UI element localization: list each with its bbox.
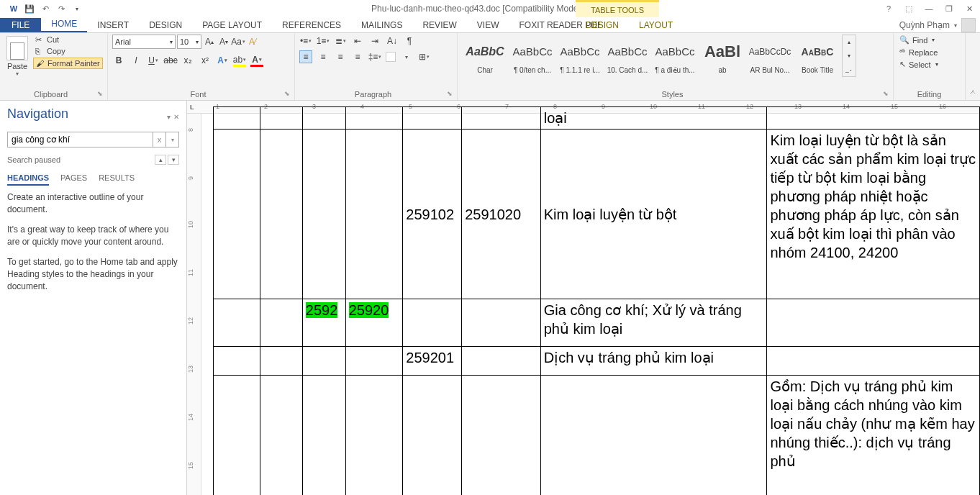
cell-r2-code4[interactable]: 25920 — [345, 299, 403, 347]
format-painter-button[interactable]: 🖌Format Painter — [33, 58, 103, 69]
numbering-button[interactable]: 1≡▾ — [317, 35, 330, 47]
tab-view[interactable]: VIEW — [467, 18, 509, 32]
style-10cach[interactable]: AaBbCc10. Cach d... — [604, 35, 650, 76]
style-booktitle[interactable]: AaBbCBook Title — [794, 35, 840, 76]
cell-r1-desc[interactable]: Kim loại luyện từ bột là sản xuất các sả… — [767, 130, 980, 299]
tab-mailings[interactable]: MAILINGS — [351, 18, 412, 32]
font-color-button[interactable]: A▾ — [250, 54, 263, 67]
line-spacing-button[interactable]: ‡≡▾ — [368, 50, 381, 63]
cut-button[interactable]: ✂Cut — [33, 35, 103, 45]
align-center-button[interactable]: ≡ — [317, 50, 330, 63]
style-char[interactable]: AaBbCChar — [462, 35, 508, 76]
change-case-button[interactable]: Aa▾ — [232, 35, 245, 48]
tab-page-layout[interactable]: PAGE LAYOUT — [192, 18, 272, 32]
tab-review[interactable]: REVIEW — [412, 18, 466, 32]
user-menu-caret[interactable]: ▾ — [954, 22, 957, 29]
clear-format-button[interactable]: A⁄ — [246, 35, 259, 48]
cell-r2-name[interactable]: Gia công cơ khí; Xử lý và tráng phủ kim … — [540, 299, 767, 347]
shrink-font-button[interactable]: A▾ — [217, 35, 230, 48]
grow-font-button[interactable]: A▴ — [203, 35, 216, 48]
align-left-button[interactable]: ≡ — [299, 50, 312, 63]
bullets-button[interactable]: •≡▾ — [299, 35, 312, 47]
vertical-ruler[interactable]: 8910111213141516 — [187, 114, 201, 495]
styles-down[interactable]: ▾ — [843, 49, 856, 63]
cell-r4-desc[interactable]: Gồm: Dịch vụ tráng phủ kim loại bằng các… — [767, 376, 980, 496]
cell-r1-code6[interactable]: 2591020 — [462, 130, 541, 299]
borders-button[interactable]: ⊞▾ — [417, 50, 430, 63]
save-icon[interactable]: 💾 — [23, 2, 36, 15]
align-right-button[interactable]: ≡ — [334, 50, 347, 63]
find-button[interactable]: 🔍Find▾ — [898, 35, 940, 45]
nav-tab-pages[interactable]: PAGES — [60, 173, 87, 186]
minimize-icon[interactable]: — — [921, 2, 937, 15]
style-adieu[interactable]: AaBbCc¶ a điều th... — [652, 35, 698, 76]
cell-r1-name[interactable]: Kim loại luyện từ bột — [540, 130, 767, 299]
italic-button[interactable]: I — [130, 54, 142, 67]
styles-more[interactable]: ⎯▾ — [843, 63, 856, 76]
cell-r1-code5[interactable]: 259102 — [403, 130, 462, 299]
tab-design[interactable]: DESIGN — [139, 18, 192, 32]
underline-button[interactable]: U▾ — [147, 54, 160, 67]
highlight-button[interactable]: ab▾ — [233, 54, 246, 67]
help-icon[interactable]: ? — [881, 2, 897, 15]
styles-up[interactable]: ▴ — [843, 35, 856, 49]
bold-button[interactable]: B — [112, 54, 125, 67]
style-111[interactable]: AaBbCc¶ 1.1.1 re i... — [557, 35, 603, 76]
nav-search-clear[interactable]: x — [153, 132, 166, 147]
multilevel-button[interactable]: ≣▾ — [334, 35, 347, 47]
styles-gallery[interactable]: AaBbCChar AaBbCc¶ 0/ten ch... AaBbCc¶ 1.… — [462, 35, 856, 81]
sort-button[interactable]: A↓ — [386, 35, 399, 47]
subscript-button[interactable]: x₂ — [181, 54, 194, 67]
cell-r3-name[interactable]: Dịch vụ tráng phủ kim loại — [540, 347, 767, 376]
close-icon[interactable]: ✕ — [961, 2, 977, 15]
paragraph-launcher[interactable]: ⬊ — [447, 90, 453, 97]
user-name[interactable]: Quỳnh Phạm — [899, 20, 950, 30]
font-launcher[interactable]: ⬊ — [284, 90, 290, 97]
style-arbul[interactable]: AaBbCcDcAR Bul No... — [747, 35, 793, 76]
cell-r3-code5[interactable]: 259201 — [403, 347, 462, 376]
collapse-ribbon-icon[interactable]: ㅅ — [969, 87, 976, 97]
cell-r2-code3[interactable]: 2592 — [302, 299, 345, 347]
shading-button[interactable] — [386, 52, 396, 62]
nav-search-menu[interactable]: ▾ — [166, 132, 179, 147]
tab-file[interactable]: FILE — [0, 18, 41, 32]
nav-pane-close[interactable]: ✕ — [173, 113, 179, 121]
style-0ten[interactable]: AaBbCc¶ 0/ten ch... — [509, 35, 555, 76]
nav-pane-menu[interactable]: ▾ — [167, 113, 171, 121]
nav-tab-headings[interactable]: HEADINGS — [7, 173, 49, 186]
show-marks-button[interactable]: ¶ — [403, 35, 416, 47]
justify-button[interactable]: ≡ — [351, 50, 364, 63]
tab-references[interactable]: REFERENCES — [272, 18, 351, 32]
tab-table-design[interactable]: DESIGN — [576, 18, 629, 32]
text-effects-button[interactable]: A▾ — [216, 54, 229, 67]
font-name-combo[interactable]: Arial▾ — [112, 35, 176, 49]
redo-icon[interactable]: ↷ — [55, 2, 68, 15]
increase-indent-button[interactable]: ⇥ — [368, 35, 381, 47]
cell-r0-name[interactable]: loại — [540, 107, 767, 130]
nav-tab-results[interactable]: RESULTS — [99, 173, 135, 186]
decrease-indent-button[interactable]: ⇤ — [351, 35, 364, 47]
nav-next-result[interactable]: ▾ — [168, 155, 179, 165]
select-button[interactable]: ↖Select▾ — [898, 59, 940, 70]
tab-home[interactable]: HOME — [41, 17, 87, 32]
restore-icon[interactable]: ❐ — [941, 2, 957, 15]
qat-customize-icon[interactable]: ▾ — [71, 2, 83, 15]
font-size-combo[interactable]: 10▾ — [177, 35, 201, 49]
copy-button[interactable]: ⎘Copy — [33, 46, 103, 56]
paste-button[interactable]: Paste ▾ — [4, 35, 30, 77]
replace-button[interactable]: ᵃᵇReplace — [898, 47, 940, 58]
clipboard-launcher[interactable]: ⬊ — [97, 90, 103, 97]
style-ab[interactable]: AaBlab — [699, 35, 745, 76]
strike-button[interactable]: abc — [164, 54, 177, 67]
styles-launcher[interactable]: ⬊ — [883, 90, 889, 97]
document-page[interactable]: loại 259102 2591020 Kim loại luyện từ bộ… — [209, 114, 980, 495]
superscript-button[interactable]: x² — [199, 54, 212, 67]
avatar[interactable] — [961, 18, 976, 32]
undo-icon[interactable]: ↶ — [39, 2, 52, 15]
tab-table-layout[interactable]: LAYOUT — [629, 18, 683, 32]
nav-prev-result[interactable]: ▴ — [155, 155, 166, 165]
window-title: Phu-luc-danh-muc-theo-qd43.doc [Compatib… — [371, 4, 609, 14]
ribbon-display-icon[interactable]: ⬚ — [901, 2, 917, 15]
tab-insert[interactable]: INSERT — [87, 18, 139, 32]
nav-search-input[interactable] — [7, 132, 153, 147]
